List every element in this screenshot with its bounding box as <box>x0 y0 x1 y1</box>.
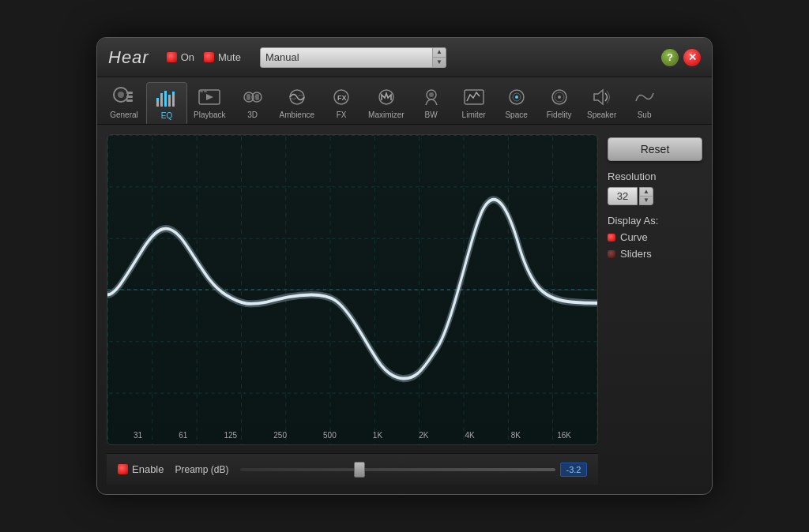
freq-label-31: 31 <box>134 431 142 440</box>
tab-maximizer[interactable]: Maximizer <box>363 82 409 124</box>
svg-rect-9 <box>172 92 175 107</box>
enable-button[interactable]: Enable <box>118 463 164 475</box>
app-window: Hear On Mute Manual Flat Rock Jazz Class… <box>96 37 713 495</box>
resolution-input-wrapper: 32 ▲ ▼ <box>608 187 702 205</box>
header-icons: ? ✕ <box>661 49 701 66</box>
limiter-icon <box>461 85 487 109</box>
svg-rect-16 <box>200 91 203 92</box>
tab-space[interactable]: Space <box>496 82 537 124</box>
tab-bw-label: BW <box>425 111 438 119</box>
tab-3d[interactable]: 3D <box>232 82 273 124</box>
playback-icon <box>196 85 223 109</box>
svg-rect-10 <box>156 98 159 100</box>
svg-rect-11 <box>160 93 163 96</box>
tab-maximizer-label: Maximizer <box>368 111 404 119</box>
eq-graph[interactable]: 31 61 125 250 500 1K 2K 4K 8K 16K <box>107 134 598 445</box>
svg-point-27 <box>429 92 434 97</box>
display-curve-option[interactable]: Curve <box>608 231 702 243</box>
svg-rect-1 <box>126 92 133 94</box>
display-curve-label: Curve <box>620 231 648 243</box>
tab-playback-label: Playback <box>194 111 226 119</box>
eq-curve-svg <box>107 135 597 444</box>
sidebar: Reset Resolution 32 ▲ ▼ Display As: Curv… <box>608 134 702 485</box>
sliders-radio <box>608 250 615 258</box>
svg-rect-20 <box>246 94 250 100</box>
tab-ambience[interactable]: Ambience <box>275 82 319 124</box>
display-sliders-option[interactable]: Sliders <box>608 248 702 260</box>
freq-label-16k: 16K <box>557 431 571 440</box>
enable-indicator <box>118 464 128 474</box>
tab-limiter[interactable]: Limiter <box>453 82 495 124</box>
main-content: 31 61 125 250 500 1K 2K 4K 8K 16K Enable <box>97 125 712 494</box>
tab-general-label: General <box>110 111 138 119</box>
tab-general[interactable]: General <box>103 82 145 124</box>
resolution-spin-down[interactable]: ▼ <box>640 197 653 204</box>
sub-icon <box>631 85 658 109</box>
svg-rect-8 <box>168 96 171 107</box>
svg-point-34 <box>558 96 561 99</box>
tab-ambience-label: Ambience <box>280 111 314 119</box>
freq-label-125: 125 <box>224 431 237 440</box>
tab-speaker[interactable]: Speaker <box>581 82 623 124</box>
preamp-value: -3.2 <box>560 463 587 477</box>
display-as-label: Display As: <box>608 215 702 227</box>
svg-rect-13 <box>172 92 175 94</box>
tab-fidelity[interactable]: Fidelity <box>539 82 580 124</box>
on-button[interactable]: On <box>167 51 194 63</box>
help-button[interactable]: ? <box>661 49 679 66</box>
tab-sub[interactable]: Sub <box>624 82 665 124</box>
freq-label-8k: 8K <box>511 431 521 440</box>
reset-button[interactable]: Reset <box>608 137 702 161</box>
display-as-section: Display As: Curve Sliders <box>608 215 702 260</box>
app-title: Hear <box>108 47 149 68</box>
header: Hear On Mute Manual Flat Rock Jazz Class… <box>97 38 712 77</box>
resolution-value: 32 <box>608 187 638 205</box>
mute-button[interactable]: Mute <box>204 51 241 63</box>
svg-rect-7 <box>164 91 167 107</box>
bottom-bar: Enable Preamp (dB) -3.2 <box>107 453 598 485</box>
svg-marker-15 <box>206 94 213 100</box>
speaker-icon <box>589 85 615 109</box>
tab-fx-label: FX <box>337 111 347 119</box>
resolution-spin[interactable]: ▲ ▼ <box>639 187 653 205</box>
preset-wrapper: Manual Flat Rock Jazz Classical ▲ ▼ <box>250 47 446 68</box>
preset-arrow-down[interactable]: ▼ <box>433 58 446 67</box>
tab-3d-label: 3D <box>247 111 258 119</box>
tab-fidelity-label: Fidelity <box>547 111 572 119</box>
svg-rect-12 <box>168 95 171 97</box>
tab-eq[interactable]: EQ <box>146 82 187 124</box>
preset-arrow-up[interactable]: ▲ <box>433 48 446 58</box>
svg-rect-2 <box>126 96 133 98</box>
close-button[interactable]: ✕ <box>683 49 701 66</box>
tab-sub-label: Sub <box>638 111 652 119</box>
freq-label-2k: 2K <box>419 431 428 440</box>
svg-point-4 <box>118 92 124 98</box>
freq-label-61: 61 <box>179 431 187 440</box>
eq-icon <box>153 86 180 110</box>
preset-select[interactable]: Manual Flat Rock Jazz Classical <box>260 47 446 68</box>
svg-rect-3 <box>126 99 133 102</box>
enable-label: Enable <box>132 463 164 475</box>
tab-fx[interactable]: FX FX <box>321 82 362 124</box>
curve-radio <box>608 234 615 242</box>
tab-limiter-label: Limiter <box>462 111 486 119</box>
display-sliders-label: Sliders <box>620 248 652 260</box>
freq-label-500: 500 <box>323 431 337 440</box>
svg-text:FX: FX <box>337 94 347 102</box>
preamp-slider[interactable] <box>240 468 555 471</box>
tab-playback[interactable]: Playback <box>189 82 231 124</box>
tab-eq-label: EQ <box>161 111 172 120</box>
ambience-icon <box>284 85 310 109</box>
tabs-bar: General EQ <box>97 77 712 125</box>
space-icon <box>503 85 530 109</box>
preamp-label: Preamp (dB) <box>175 464 228 475</box>
freq-label-1k: 1K <box>373 431 382 440</box>
svg-rect-21 <box>255 94 259 100</box>
mute-indicator <box>204 52 214 62</box>
resolution-spin-up[interactable]: ▲ <box>640 188 653 197</box>
tab-bw[interactable]: BW <box>411 82 452 124</box>
preset-arrows[interactable]: ▲ ▼ <box>432 47 446 68</box>
mute-label: Mute <box>218 51 241 63</box>
freq-label-4k: 4K <box>465 431 474 440</box>
on-indicator <box>167 52 177 62</box>
